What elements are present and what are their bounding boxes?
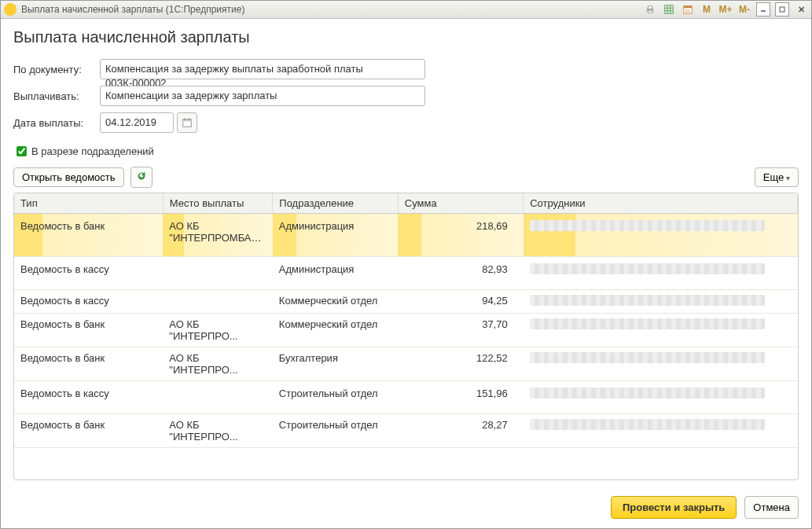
m-minus-icon[interactable]: M- [737, 2, 751, 17]
pay-field[interactable]: Компенсации за задержку зарплаты [100, 86, 425, 106]
cell-employees [524, 214, 798, 257]
cell-sum: 151,96 [398, 381, 523, 414]
titlebar: Выплата начисленной зарплаты (1С:Предпри… [1, 1, 811, 19]
cell-type: Ведомость в кассу [14, 257, 163, 290]
footer: Провести и закрыть Отмена [1, 488, 811, 528]
cell-type: Ведомость в банк [14, 214, 163, 257]
cell-place: АО КБ "ИНТЕРПРО... [163, 347, 273, 381]
cell-employees [524, 314, 798, 347]
table-container: Тип Место выплаты Подразделение Сумма Со… [13, 193, 799, 480]
doc-field[interactable]: Компенсация за задержку выплаты заработн… [100, 59, 425, 79]
row-date: Дата выплаты: 04.12.2019 [13, 112, 799, 133]
col-dept[interactable]: Подразделение [273, 193, 398, 214]
pay-label: Выплачивать: [13, 90, 100, 102]
date-picker-button[interactable] [177, 112, 197, 133]
doc-label: По документу: [13, 64, 100, 75]
app-icon [4, 3, 17, 16]
close-icon[interactable]: ✕ [794, 2, 808, 17]
maximize-icon[interactable] [775, 2, 789, 17]
table-row[interactable]: Ведомость в банкАО КБ "ИНТЕРПРОМБАНК"Адм… [14, 214, 798, 257]
print-icon[interactable] [643, 2, 657, 17]
cell-employees [524, 290, 798, 314]
cell-type: Ведомость в кассу [14, 290, 163, 314]
window-title: Выплата начисленной зарплаты (1С:Предпри… [21, 4, 244, 15]
redacted-text [530, 388, 766, 399]
title-toolbar: 31 M M+ M- ✕ [643, 2, 808, 17]
row-document: По документу: Компенсация за задержку вы… [13, 59, 799, 79]
svg-rect-14 [183, 119, 192, 122]
cell-place [163, 290, 273, 314]
redacted-text [530, 220, 766, 231]
app-window: Выплата начисленной зарплаты (1С:Предпри… [0, 0, 812, 529]
submit-button[interactable]: Провести и закрыть [611, 496, 737, 519]
cell-dept: Строительный отдел [273, 381, 398, 414]
m-plus-icon[interactable]: M+ [718, 2, 733, 17]
redacted-text [530, 352, 766, 363]
table-row[interactable]: Ведомость в банкАО КБ "ИНТЕРПРО...Коммер… [14, 314, 798, 347]
svg-rect-2 [648, 11, 652, 13]
cell-place: АО КБ "ИНТЕРПРО... [163, 314, 273, 347]
cell-type: Ведомость в кассу [14, 381, 163, 414]
cell-employees [524, 347, 798, 381]
open-sheet-button[interactable]: Открыть ведомость [13, 167, 124, 187]
cell-dept: Бухгалтерия [273, 347, 398, 381]
page-title: Выплата начисленной зарплаты [13, 28, 799, 46]
table-row[interactable]: Ведомость в банкАО КБ "ИНТЕРПРО...Бухгал… [14, 347, 798, 381]
cell-employees [524, 381, 798, 414]
table-header-row: Тип Место выплаты Подразделение Сумма Со… [14, 193, 798, 214]
cell-dept: Коммерческий отдел [273, 314, 398, 347]
date-label: Дата выплаты: [13, 117, 100, 129]
cell-place [163, 381, 273, 414]
cell-sum: 94,25 [398, 290, 523, 314]
cell-employees [524, 257, 798, 290]
cell-type: Ведомость в банк [14, 347, 163, 381]
m-icon[interactable]: M [700, 2, 714, 17]
col-sum[interactable]: Сумма [398, 193, 523, 214]
redacted-text [530, 318, 766, 329]
payroll-table: Тип Место выплаты Подразделение Сумма Со… [14, 193, 798, 448]
table-row[interactable]: Ведомость в банкАО КБ "ИНТЕРПРО...Строит… [14, 414, 798, 448]
date-field[interactable]: 04.12.2019 [100, 112, 174, 133]
cell-employees [524, 414, 798, 448]
cell-sum: 82,93 [398, 257, 523, 290]
svg-text:31: 31 [685, 8, 691, 13]
more-button[interactable]: Еще [755, 167, 799, 187]
svg-rect-3 [665, 6, 674, 14]
minimize-icon[interactable] [756, 2, 770, 17]
cell-sum: 218,69 [398, 214, 523, 257]
calendar-icon[interactable]: 31 [681, 2, 695, 17]
cell-dept: Администрация [273, 214, 398, 257]
refresh-button[interactable] [130, 167, 152, 188]
cell-type: Ведомость в банк [14, 414, 163, 448]
row-pay: Выплачивать: Компенсации за задержку зар… [13, 86, 799, 106]
table-row[interactable]: Ведомость в кассуАдминистрация82,93 [14, 257, 798, 290]
table-row[interactable]: Ведомость в кассуКоммерческий отдел94,25 [14, 290, 798, 314]
cancel-button[interactable]: Отмена [744, 496, 799, 519]
cell-type: Ведомость в банк [14, 314, 163, 347]
cell-place: АО КБ "ИНТЕРПРОМБАНК" [163, 214, 273, 257]
row-by-dept: В разрезе подразделений [13, 144, 799, 159]
content-area: Выплата начисленной зарплаты По документ… [1, 19, 811, 488]
svg-rect-12 [780, 7, 784, 12]
redacted-text [530, 295, 766, 306]
by-dept-label: В разрезе подразделений [31, 145, 154, 157]
cell-place [163, 257, 273, 290]
grid-icon[interactable] [662, 2, 676, 17]
by-dept-checkbox[interactable] [17, 146, 27, 156]
cell-sum: 28,27 [398, 414, 523, 448]
redacted-text [530, 263, 766, 274]
cell-dept: Строительный отдел [273, 414, 398, 448]
redacted-text [530, 419, 766, 430]
cell-sum: 37,70 [398, 314, 523, 347]
cell-dept: Администрация [273, 257, 398, 290]
svg-rect-1 [648, 6, 652, 9]
cell-place: АО КБ "ИНТЕРПРО... [163, 414, 273, 448]
table-toolbar: Открыть ведомость Еще [13, 167, 799, 188]
table-row[interactable]: Ведомость в кассуСтроительный отдел151,9… [14, 381, 798, 414]
col-employees[interactable]: Сотрудники [524, 193, 798, 214]
cell-dept: Коммерческий отдел [273, 290, 398, 314]
col-type[interactable]: Тип [14, 193, 163, 214]
col-place[interactable]: Место выплаты [163, 193, 273, 214]
cell-sum: 122,52 [398, 347, 523, 381]
